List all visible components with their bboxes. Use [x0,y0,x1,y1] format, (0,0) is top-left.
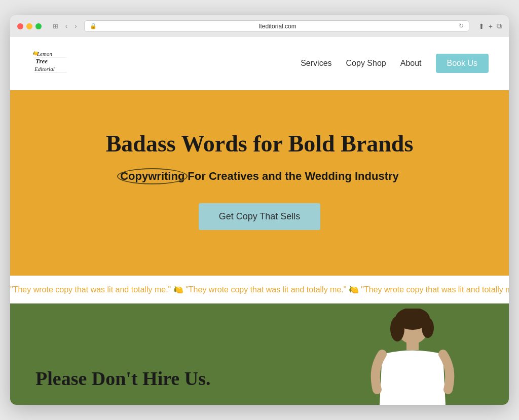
share-icon[interactable]: ⬆ [478,22,485,30]
green-section: Please Don't Hire Us. [10,303,509,405]
svg-rect-10 [406,340,419,350]
lock-icon: 🔒 [90,23,97,29]
hero-subtitle-rest: For Creatives and the Wedding Industry [188,170,398,183]
nav-copyshop[interactable]: Copy Shop [346,59,386,68]
new-tab-icon[interactable]: + [489,22,493,30]
logo-area[interactable]: 🍋 Lemon Tree Editorial [30,46,71,81]
nav-links: Services Copy Shop About Book Us [301,54,489,73]
person-image [367,309,458,405]
browser-chrome: ⊞ ‹ › 🔒 lteditorial.com ↻ ⬆ + ⧉ [10,15,509,36]
hero-subtitle: Copywriting For Creatives and the Weddin… [30,170,489,183]
copywriting-highlight: Copywriting [120,170,184,183]
fullscreen-button[interactable] [35,23,42,29]
browser-controls: ⊞ ‹ › [51,21,79,31]
website-content: 🍋 Lemon Tree Editorial Services Copy Sho… [10,36,509,405]
testimonial-ticker: "They wrote copy that was lit and totall… [10,276,509,303]
close-button[interactable] [17,23,23,29]
svg-text:Tree: Tree [35,57,48,65]
back-button[interactable]: ‹ [63,21,69,31]
traffic-lights [17,23,42,29]
svg-point-9 [422,318,434,338]
refresh-icon[interactable]: ↻ [459,22,464,30]
book-us-button[interactable]: Book Us [436,54,489,73]
sidebar-toggle[interactable]: ⊞ [51,21,60,31]
svg-point-8 [390,316,404,341]
nav-services[interactable]: Services [301,59,331,68]
main-nav: 🍋 Lemon Tree Editorial Services Copy Sho… [10,36,509,90]
browser-window: ⊞ ‹ › 🔒 lteditorial.com ↻ ⬆ + ⧉ 🍋 Lemon … [10,15,509,405]
browser-actions: ⬆ + ⧉ [478,22,502,30]
hero-title: Badass Words for Bold Brands [30,131,489,158]
forward-button[interactable]: › [72,21,79,31]
nav-about[interactable]: About [400,59,422,68]
url-display[interactable]: lteditorial.com [100,23,456,30]
hero-section: Badass Words for Bold Brands Copywriting… [10,90,509,276]
logo-svg: 🍋 Lemon Tree Editorial [30,46,71,81]
svg-text:Editorial: Editorial [34,66,55,72]
person-svg [367,309,458,405]
get-copy-button[interactable]: Get Copy That Sells [199,203,321,230]
minimize-button[interactable] [26,23,32,29]
copywriting-text: Copywriting [120,170,184,182]
ticker-text: "They wrote copy that was lit and totall… [10,285,509,294]
svg-text:Lemon: Lemon [36,51,52,57]
address-bar-container[interactable]: 🔒 lteditorial.com ↻ [84,20,469,32]
tabs-icon[interactable]: ⧉ [497,22,502,30]
